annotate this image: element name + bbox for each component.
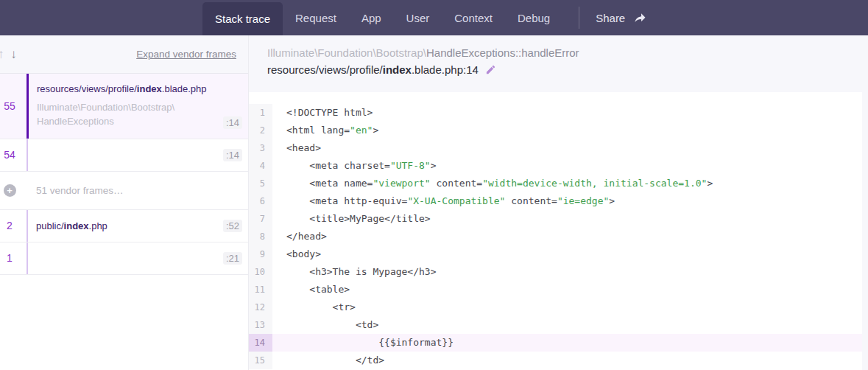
line-number: 1 bbox=[249, 104, 272, 122]
code-viewer: 1<!DOCTYPE html>2<html lang="en">3<head>… bbox=[249, 92, 862, 370]
code-line-7: 7 <title>MyPage</title> bbox=[249, 210, 862, 228]
frame-file-path: resources/views/profile/index.blade.php:… bbox=[267, 63, 868, 76]
code-text: <title>MyPage</title> bbox=[272, 210, 862, 228]
line-number: 13 bbox=[249, 316, 272, 334]
line-number: 15 bbox=[249, 352, 272, 369]
line-number-badge: :14 bbox=[223, 149, 242, 161]
code-line-15: 15 </td> bbox=[249, 352, 862, 369]
main-panel: Illuminate\Foundation\Bootstrap\HandleEx… bbox=[249, 35, 868, 370]
tab-request[interactable]: Request bbox=[283, 0, 349, 35]
code-text: {{$informat}} bbox=[272, 334, 862, 352]
line-number: 9 bbox=[249, 245, 272, 263]
code-text: <meta http-equiv="X-UA-Compatible" conte… bbox=[272, 192, 862, 210]
arrow-up-icon[interactable]: ↑ bbox=[0, 47, 6, 61]
code-line-8: 8</head> bbox=[249, 228, 862, 245]
stack-frame-1[interactable]: 1:21 bbox=[0, 242, 248, 275]
share-label: Share bbox=[596, 12, 625, 24]
frame-number: 1 bbox=[0, 242, 27, 274]
code-line-13: 13 <td> bbox=[249, 316, 862, 334]
code-line-14: 14 {{$informat}} bbox=[249, 334, 862, 352]
code-text: <head> bbox=[272, 139, 862, 157]
tab-context[interactable]: Context bbox=[442, 0, 505, 35]
code-line-5: 5 <meta name="viewport" content="width=d… bbox=[249, 175, 862, 192]
code-line-2: 2<html lang="en"> bbox=[249, 122, 862, 139]
class-method: HandleExceptions::handleError bbox=[426, 46, 579, 59]
code-text: <html lang="en"> bbox=[272, 122, 862, 139]
vendor-expand-cell: + bbox=[0, 172, 27, 209]
code-text: <h3>The is Mypage</h3> bbox=[272, 263, 862, 281]
code-text: </td> bbox=[272, 352, 862, 369]
code-text: <!DOCTYPE html> bbox=[272, 104, 862, 122]
code-text: <table> bbox=[272, 281, 862, 299]
frame-class-name: Illuminate\Foundation\Bootstrap\HandleEx… bbox=[267, 46, 868, 59]
file-path-text: resources/views/profile/index.blade.php:… bbox=[267, 63, 479, 76]
sidebar-header: ↑ ↓ Expand vendor frames bbox=[0, 35, 248, 74]
top-nav: Stack traceRequestAppUserContextDebug Sh… bbox=[0, 0, 868, 35]
tab-debug[interactable]: Debug bbox=[505, 0, 562, 35]
code-lines: 1<!DOCTYPE html>2<html lang="en">3<head>… bbox=[249, 104, 862, 369]
vendor-frames-row[interactable]: +51 vendor frames… bbox=[0, 172, 248, 210]
line-number: 12 bbox=[249, 299, 272, 316]
code-text: <meta name="viewport" content="width=dev… bbox=[272, 175, 862, 192]
expand-vendor-frames-link[interactable]: Expand vendor frames bbox=[136, 49, 236, 60]
code-line-6: 6 <meta http-equiv="X-UA-Compatible" con… bbox=[249, 192, 862, 210]
line-number: 4 bbox=[249, 157, 272, 175]
stack-frame-55[interactable]: 55resources/views/profile/index.blade.ph… bbox=[0, 74, 248, 139]
code-line-1: 1<!DOCTYPE html> bbox=[249, 104, 862, 122]
frame-method: Illuminate\Foundation\Bootstrap\HandleEx… bbox=[37, 101, 174, 129]
line-number: 11 bbox=[249, 281, 272, 299]
share-arrow-icon bbox=[633, 12, 647, 24]
code-line-4: 4 <meta charset="UTF-8"> bbox=[249, 157, 862, 175]
frame-number: 55 bbox=[0, 74, 27, 139]
frame-number: 2 bbox=[0, 210, 27, 242]
line-number: 6 bbox=[249, 192, 272, 210]
plus-circle-icon[interactable]: + bbox=[4, 184, 16, 197]
stack-trace-sidebar: ↑ ↓ Expand vendor frames 55resources/vie… bbox=[0, 35, 249, 370]
code-text: </head> bbox=[272, 228, 862, 245]
frame-number: 54 bbox=[0, 139, 27, 171]
code-text: <td> bbox=[272, 316, 862, 334]
frame-nav-arrows: ↑ ↓ bbox=[0, 47, 18, 62]
frame-header: Illuminate\Foundation\Bootstrap\HandleEx… bbox=[249, 35, 868, 92]
vendor-frames-label: 51 vendor frames… bbox=[36, 185, 124, 196]
share-button[interactable]: Share bbox=[579, 0, 663, 35]
stack-frames: 55resources/views/profile/index.blade.ph… bbox=[0, 74, 248, 275]
stack-frame-54[interactable]: 54:14 bbox=[0, 139, 248, 172]
code-line-10: 10 <h3>The is Mypage</h3> bbox=[249, 263, 862, 281]
line-number: 14 bbox=[249, 334, 272, 352]
line-number-badge: :21 bbox=[223, 252, 242, 265]
code-text: <body> bbox=[272, 245, 862, 263]
stack-frame-2[interactable]: 2public/index.php:52 bbox=[0, 210, 248, 242]
frame-file-path: resources/views/profile/index.blade.php bbox=[37, 83, 248, 94]
tab-app[interactable]: App bbox=[349, 0, 394, 35]
frame-file-path: public/index.php bbox=[36, 220, 107, 231]
code-line-9: 9<body> bbox=[249, 245, 862, 263]
code-text: <tr> bbox=[272, 299, 862, 316]
line-number: 7 bbox=[249, 210, 272, 228]
line-number: 3 bbox=[249, 139, 272, 157]
code-line-12: 12 <tr> bbox=[249, 299, 862, 316]
line-number: 5 bbox=[249, 175, 272, 192]
line-number: 8 bbox=[249, 228, 272, 245]
tab-user[interactable]: User bbox=[394, 0, 442, 35]
code-line-3: 3<head> bbox=[249, 139, 862, 157]
line-number: 10 bbox=[249, 263, 272, 281]
arrow-down-icon[interactable]: ↓ bbox=[10, 47, 18, 61]
line-number: 2 bbox=[249, 122, 272, 139]
code-line-11: 11 <table> bbox=[249, 281, 862, 299]
line-number-badge: :14 bbox=[223, 116, 242, 129]
line-number-badge: :52 bbox=[223, 220, 242, 232]
pencil-icon[interactable] bbox=[485, 64, 496, 75]
content-area: ↑ ↓ Expand vendor frames 55resources/vie… bbox=[0, 35, 868, 370]
tab-stack-trace[interactable]: Stack trace bbox=[202, 2, 283, 35]
class-prefix: Illuminate\Foundation\Bootstrap\ bbox=[267, 46, 426, 59]
nav-tabs: Stack traceRequestAppUserContextDebug bbox=[202, 0, 562, 35]
code-text: <meta charset="UTF-8"> bbox=[272, 157, 862, 175]
